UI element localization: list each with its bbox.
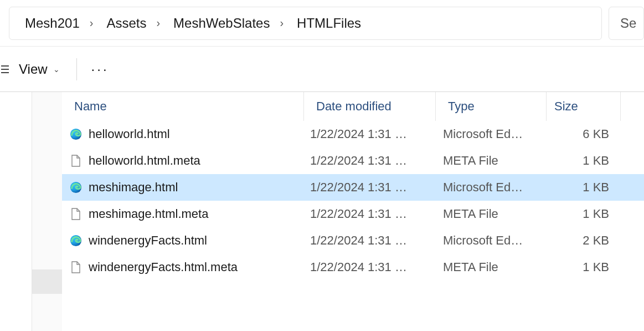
- file-name-cell[interactable]: meshimage.html: [62, 180, 303, 195]
- search-input[interactable]: Se: [609, 7, 644, 40]
- file-type: Microsoft Ed…: [435, 233, 546, 248]
- breadcrumb-seg-1[interactable]: Assets ›: [100, 13, 163, 33]
- file-name-cell[interactable]: helloworld.html.meta: [62, 154, 303, 168]
- nav-pane[interactable]: [0, 92, 32, 331]
- sort-ascending-icon: ˄: [181, 92, 185, 98]
- file-size: 2 KB: [546, 233, 620, 248]
- file-name-cell[interactable]: windenergyFacts.html: [62, 233, 303, 248]
- file-row[interactable]: helloworld.html1/22/2024 1:31 …Microsoft…: [62, 121, 644, 147]
- file-row[interactable]: windenergyFacts.html.meta1/22/2024 1:31 …: [62, 254, 644, 281]
- column-label: Date modified: [316, 99, 391, 114]
- breadcrumb[interactable]: Mesh201 › Assets › MeshWebSlates › HTMLF…: [9, 7, 602, 40]
- breadcrumb-label[interactable]: HTMLFiles: [293, 13, 364, 33]
- more-button[interactable]: ···: [85, 57, 116, 82]
- column-header-end[interactable]: [620, 92, 644, 121]
- main-area: ˄ Name Date modified Type Size: [0, 92, 644, 331]
- file-name: helloworld.html.meta: [89, 154, 200, 168]
- file-date: 1/22/2024 1:31 …: [303, 233, 435, 248]
- file-name: meshimage.html.meta: [89, 207, 208, 221]
- view-button[interactable]: View ⌄: [10, 57, 69, 82]
- chevron-down-icon: ⌄: [53, 65, 60, 74]
- file-date: 1/22/2024 1:31 …: [303, 260, 435, 274]
- file-name-cell[interactable]: meshimage.html.meta: [62, 207, 303, 221]
- file-name: windenergyFacts.html.meta: [89, 260, 238, 274]
- column-headers: ˄ Name Date modified Type Size: [62, 92, 644, 121]
- file-row[interactable]: helloworld.html.meta1/22/2024 1:31 …META…: [62, 147, 644, 174]
- column-label: Name: [74, 99, 107, 114]
- file-size: 1 KB: [546, 154, 620, 168]
- file-row[interactable]: windenergyFacts.html1/22/2024 1:31 …Micr…: [62, 227, 644, 254]
- generic-file-icon: [70, 208, 82, 220]
- file-size: 1 KB: [546, 260, 620, 274]
- address-bar: Mesh201 › Assets › MeshWebSlates › HTMLF…: [0, 0, 644, 47]
- column-header-date[interactable]: Date modified: [303, 92, 435, 121]
- column-header-name[interactable]: ˄ Name: [62, 92, 303, 121]
- generic-file-icon: [70, 155, 82, 167]
- nav-selected-item[interactable]: [32, 269, 62, 294]
- file-date: 1/22/2024 1:31 …: [303, 127, 435, 141]
- breadcrumb-seg-0[interactable]: Mesh201 ›: [18, 13, 96, 33]
- breadcrumb-label[interactable]: Assets: [103, 13, 150, 33]
- file-type: Microsoft Ed…: [435, 127, 546, 141]
- more-icon: ···: [91, 62, 109, 77]
- file-row[interactable]: meshimage.html1/22/2024 1:31 …Microsoft …: [62, 174, 644, 201]
- edge-browser-icon: [70, 128, 82, 140]
- chevron-right-icon[interactable]: ›: [156, 17, 160, 29]
- file-size: 6 KB: [546, 127, 620, 141]
- file-type: Microsoft Ed…: [435, 180, 546, 195]
- toolbar: View ⌄ ···: [0, 47, 644, 92]
- breadcrumb-label[interactable]: MeshWebSlates: [170, 13, 273, 33]
- breadcrumb-label[interactable]: Mesh201: [22, 13, 83, 33]
- column-header-size[interactable]: Size: [546, 92, 620, 121]
- file-date: 1/22/2024 1:31 …: [303, 180, 435, 195]
- file-name: helloworld.html: [89, 127, 170, 141]
- generic-file-icon: [70, 261, 82, 273]
- view-label: View: [19, 62, 48, 77]
- file-size: 1 KB: [546, 180, 620, 195]
- file-type: META File: [435, 207, 546, 221]
- breadcrumb-seg-3[interactable]: HTMLFiles: [290, 13, 368, 33]
- file-name-cell[interactable]: helloworld.html: [62, 127, 303, 141]
- file-rows: helloworld.html1/22/2024 1:31 …Microsoft…: [62, 121, 644, 281]
- file-name: meshimage.html: [89, 180, 178, 195]
- file-list: ˄ Name Date modified Type Size: [62, 92, 644, 331]
- file-date: 1/22/2024 1:31 …: [303, 207, 435, 221]
- list-view-icon[interactable]: [0, 64, 10, 74]
- file-row[interactable]: meshimage.html.meta1/22/2024 1:31 …META …: [62, 201, 644, 227]
- file-size: 1 KB: [546, 207, 620, 221]
- file-name: windenergyFacts.html: [89, 233, 207, 248]
- column-header-type[interactable]: Type: [435, 92, 546, 121]
- toolbar-divider: [76, 58, 77, 80]
- file-name-cell[interactable]: windenergyFacts.html.meta: [62, 260, 303, 274]
- edge-browser-icon: [70, 181, 82, 193]
- file-date: 1/22/2024 1:31 …: [303, 154, 435, 168]
- chevron-right-icon[interactable]: ›: [280, 17, 284, 29]
- search-placeholder: Se: [620, 16, 636, 31]
- column-label: Size: [554, 99, 578, 114]
- column-label: Type: [448, 99, 475, 114]
- nav-scrollbar[interactable]: [32, 92, 62, 331]
- file-type: META File: [435, 154, 546, 168]
- file-type: META File: [435, 260, 546, 274]
- edge-browser-icon: [70, 235, 82, 247]
- chevron-right-icon[interactable]: ›: [90, 17, 94, 29]
- breadcrumb-seg-2[interactable]: MeshWebSlates ›: [167, 13, 287, 33]
